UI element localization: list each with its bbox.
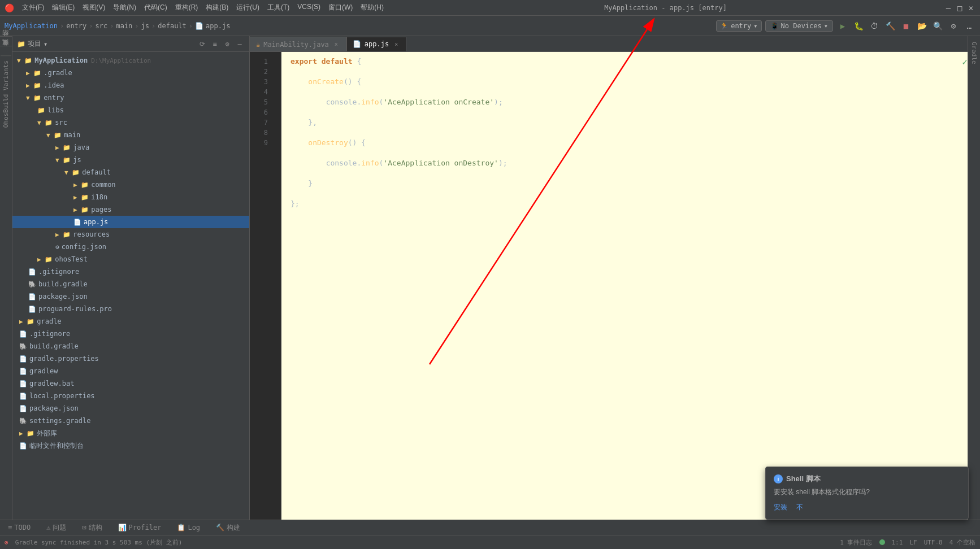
- list-item[interactable]: ▼ 📁 main: [12, 129, 249, 141]
- menu-run[interactable]: 运行(U): [233, 2, 263, 14]
- menu-vcs[interactable]: VCS(S): [294, 2, 324, 14]
- breadcrumb-file[interactable]: app.js: [206, 22, 230, 30]
- list-item[interactable]: ▶ 📁 .gradle: [12, 67, 249, 79]
- menu-help[interactable]: 帮助(H): [357, 2, 387, 14]
- tree-action-minimize[interactable]: —: [235, 39, 245, 49]
- left-label-structure[interactable]: 结构: [0, 36, 12, 46]
- left-label-favorites[interactable]: 收藏夹: [0, 46, 12, 55]
- root-path: D:\MyApplication: [91, 57, 151, 64]
- breadcrumb-default[interactable]: default: [158, 22, 187, 30]
- list-item[interactable]: 📁 libs: [12, 104, 249, 116]
- list-item[interactable]: 📄 .gitignore: [12, 265, 249, 278]
- breadcrumb-entry[interactable]: entry: [66, 22, 86, 30]
- tree-action-sync[interactable]: ⟳: [197, 39, 207, 49]
- tab-appjs-close[interactable]: ×: [392, 40, 400, 48]
- bottom-tab-structure[interactable]: ⊡ 结构: [79, 522, 105, 534]
- search-button[interactable]: 🔍: [931, 20, 944, 32]
- list-item[interactable]: ▶ 📁 resources: [12, 228, 249, 241]
- breadcrumb-main[interactable]: main: [116, 22, 132, 30]
- debug-button[interactable]: 🐛: [852, 20, 865, 32]
- tab-mainability-close[interactable]: ×: [332, 41, 340, 49]
- buildgradle-root-icon: 🐘: [19, 343, 27, 350]
- tree-action-collapse[interactable]: ≡: [210, 39, 220, 49]
- menu-tools[interactable]: 工具(T): [264, 2, 293, 14]
- toolbar: MyApplication › entry › src › main › js …: [0, 16, 980, 36]
- stop-button[interactable]: ■: [900, 20, 912, 32]
- line-ending[interactable]: LF: [909, 539, 917, 546]
- list-item[interactable]: 📄 local.properties: [12, 390, 249, 402]
- bottom-tab-build[interactable]: 🔨 构建: [213, 522, 244, 534]
- build-button2[interactable]: 🔨: [884, 20, 896, 32]
- sync-button[interactable]: 📂: [916, 20, 928, 32]
- more-button[interactable]: …: [963, 20, 975, 32]
- event-log[interactable]: 1 事件日志: [840, 538, 872, 547]
- dismiss-button[interactable]: 不: [796, 503, 803, 512]
- list-item[interactable]: 🐘 build.gradle: [12, 278, 249, 290]
- tab-java-icon: ☕: [256, 41, 260, 49]
- list-item[interactable]: 🐘 settings.gradle: [12, 415, 249, 427]
- bottom-tab-issues[interactable]: ⚠ 问题: [43, 522, 70, 534]
- install-button[interactable]: 安装: [774, 503, 787, 512]
- list-item[interactable]: ▶ 📁 gradle: [12, 315, 249, 328]
- file-tree-title[interactable]: 📁 项目 ▾: [17, 39, 47, 49]
- settings-button[interactable]: ⚙: [947, 20, 960, 32]
- list-item[interactable]: ▶ 📁 ohosTest: [12, 253, 249, 265]
- charset[interactable]: UTF-8: [924, 539, 943, 546]
- menu-edit[interactable]: 编辑(E): [49, 2, 78, 14]
- close-button[interactable]: ×: [966, 3, 975, 12]
- list-item[interactable]: 📄 gradlew: [12, 365, 249, 377]
- menu-view[interactable]: 视图(V): [79, 2, 109, 14]
- indent[interactable]: 4 个空格: [949, 538, 975, 547]
- tree-action-settings[interactable]: ⚙: [222, 39, 232, 49]
- list-item[interactable]: 📄 app.js: [12, 216, 249, 228]
- menu-navigate[interactable]: 导航(N): [110, 2, 140, 14]
- bottom-tab-todo[interactable]: ≡ TODO: [5, 522, 34, 533]
- list-item[interactable]: 🐘 build.gradle: [12, 340, 249, 352]
- run-button[interactable]: ▶: [836, 20, 849, 32]
- config-dropdown[interactable]: 🏃 entry ▾: [716, 20, 761, 32]
- list-item[interactable]: ▼ 📁 MyApplication D:\MyApplication: [12, 54, 249, 67]
- profile-button[interactable]: ⏱: [868, 20, 881, 32]
- structure-label: 结构: [89, 523, 102, 533]
- list-item[interactable]: ▶ 📁 java: [12, 141, 249, 154]
- list-item[interactable]: ▶ 📁 i18n: [12, 191, 249, 203]
- menu-code[interactable]: 代码(C): [141, 2, 171, 14]
- list-item[interactable]: 📄 package.json: [12, 402, 249, 415]
- left-label-build-variants[interactable]: OhosBuild Variants: [1, 55, 11, 132]
- breadcrumb-appjs[interactable]: 📄: [195, 22, 203, 30]
- list-item[interactable]: 📄 gradlew.bat: [12, 377, 249, 390]
- breadcrumb-app[interactable]: MyApplication: [5, 22, 58, 30]
- list-item[interactable]: 📄 .gitignore: [12, 328, 249, 340]
- cursor-position[interactable]: 1:1: [892, 539, 903, 546]
- list-item[interactable]: ▶ 📁 common: [12, 178, 249, 191]
- maximize-button[interactable]: □: [955, 3, 964, 12]
- list-item[interactable]: 📄 proguard-rules.pro: [12, 303, 249, 315]
- bottom-tab-profiler[interactable]: 📊 Profiler: [115, 522, 165, 533]
- list-item[interactable]: ▶ 📁 .idea: [12, 79, 249, 91]
- menu-refactor[interactable]: 重构(R): [172, 2, 202, 14]
- bottom-tab-log[interactable]: 📋 Log: [174, 522, 203, 533]
- list-item[interactable]: ▶ 📁 外部库: [12, 427, 249, 439]
- list-item[interactable]: ▼ 📁 js: [12, 154, 249, 166]
- menu-window[interactable]: 窗口(W): [325, 2, 356, 14]
- status-bar: ⊗ Gradle sync finished in 3 s 503 ms (片刻…: [0, 535, 980, 549]
- list-item[interactable]: ▼ 📁 default: [12, 166, 249, 178]
- devices-dropdown[interactable]: 📱 No Devices ▾: [765, 20, 833, 32]
- code-content[interactable]: export default { onCreate() { console.in…: [281, 52, 968, 520]
- list-item[interactable]: 📄 临时文件和控制台: [12, 439, 249, 452]
- list-item[interactable]: 📄 gradle.properties: [12, 352, 249, 365]
- breadcrumb-src[interactable]: src: [96, 22, 108, 30]
- menu-build[interactable]: 构建(B): [202, 2, 232, 14]
- list-item[interactable]: ▶ 📁 pages: [12, 203, 249, 216]
- minimize-button[interactable]: —: [944, 3, 953, 12]
- list-item[interactable]: ▼ 📁 entry: [12, 91, 249, 104]
- list-item[interactable]: ▼ 📁 src: [12, 116, 249, 129]
- tab-appjs[interactable]: 📄 app.js ×: [346, 37, 406, 51]
- gradle-panel-label[interactable]: Gradle: [969, 38, 979, 68]
- packagejson-root-icon: 📄: [19, 405, 27, 412]
- tab-mainability[interactable]: ☕ MainAbility.java ×: [250, 37, 346, 51]
- list-item[interactable]: ⚙ config.json: [12, 241, 249, 253]
- list-item[interactable]: 📄 package.json: [12, 290, 249, 303]
- breadcrumb-js[interactable]: js: [141, 22, 149, 30]
- menu-file[interactable]: 文件(F): [19, 2, 47, 14]
